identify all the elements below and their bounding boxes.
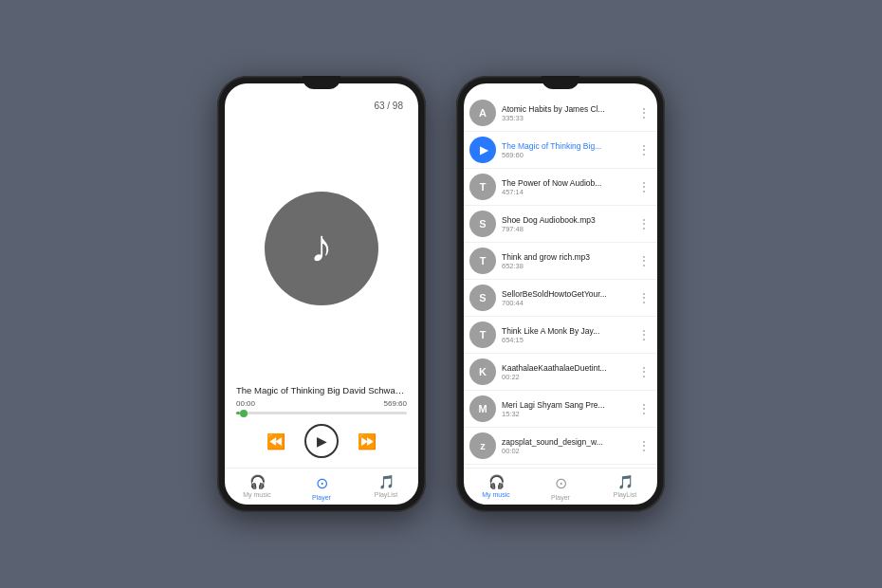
track-duration: 654:15 bbox=[502, 336, 633, 344]
track-info: Atomic Habits by James Cl...335:33 bbox=[502, 104, 633, 122]
track-name: KaathalaeKaathalaeDuetint... bbox=[502, 363, 633, 373]
avatar-letter: S bbox=[479, 218, 486, 230]
track-info: SellorBeSoldHowtoGetYour...700:44 bbox=[502, 289, 633, 307]
track-avatar: K bbox=[469, 358, 496, 385]
track-name: SellorBeSoldHowtoGetYour... bbox=[502, 289, 633, 299]
track-more-button[interactable]: ⋮ bbox=[638, 217, 650, 230]
avatar-letter: T bbox=[480, 181, 487, 193]
progress-bar[interactable] bbox=[236, 412, 407, 414]
track-duration: 569:60 bbox=[502, 151, 633, 159]
track-name: zapsplat_sound_design_w... bbox=[502, 437, 633, 447]
player-info: The Magic of Thinking Big David Schwartz… bbox=[225, 381, 418, 397]
nav-my-music-label: My music bbox=[243, 491, 271, 498]
play-pause-button[interactable]: ▶ bbox=[304, 424, 339, 458]
nav-my-music[interactable]: 🎧 My music bbox=[225, 474, 289, 501]
headphone-icon: 🎧 bbox=[249, 474, 266, 489]
track-more-button[interactable]: ⋮ bbox=[638, 402, 650, 415]
nav-player[interactable]: ⊙ Player bbox=[289, 474, 354, 501]
nav-playlist-label: PlayList bbox=[375, 491, 398, 498]
nav-playlist-label-right: PlayList bbox=[614, 491, 637, 498]
avatar-letter: z bbox=[480, 440, 486, 451]
track-duration: 797:48 bbox=[502, 225, 633, 233]
track-duration: 00:02 bbox=[502, 447, 633, 455]
track-duration: 15:32 bbox=[502, 410, 633, 418]
track-item[interactable]: TThe Power of Now Audiob...457:14⋮ bbox=[464, 169, 657, 206]
track-item[interactable]: TThink Like A Monk By Jay...654:15⋮ bbox=[464, 317, 657, 354]
track-avatar: T bbox=[469, 174, 496, 200]
nav-player-label-right: Player bbox=[551, 494, 570, 501]
track-item[interactable]: ▶The Magic of Thinking Big...569:60⋮ bbox=[464, 132, 657, 169]
progress-dot bbox=[240, 410, 248, 417]
bottom-nav-player: 🎧 My music ⊙ Player 🎵 PlayList bbox=[225, 468, 418, 505]
playlist-icon: 🎵 bbox=[378, 474, 395, 489]
avatar-letter: T bbox=[480, 255, 487, 266]
track-item[interactable]: SSellorBeSoldHowtoGetYour...700:44⋮ bbox=[464, 280, 657, 317]
nav-my-music-label-right: My music bbox=[482, 491, 510, 498]
track-item[interactable]: AAtomic Habits by James Cl...335:33⋮ bbox=[464, 95, 657, 132]
track-item[interactable]: zzapsplat_sound_design_w...00:02⋮ bbox=[464, 428, 657, 465]
track-duration: 700:44 bbox=[502, 299, 633, 307]
track-avatar: S bbox=[469, 211, 496, 237]
track-info: Think Like A Monk By Jay...654:15 bbox=[502, 326, 633, 344]
nav-player-right[interactable]: ⊙ Player bbox=[528, 474, 593, 501]
track-avatar: A bbox=[469, 100, 496, 126]
track-more-button[interactable]: ⋮ bbox=[638, 365, 650, 378]
track-more-button[interactable]: ⋮ bbox=[638, 439, 650, 452]
player-controls: ⏪ ▶ ⏩ bbox=[225, 418, 418, 468]
left-phone: 63 / 98 ♪ The Magic of Thinking Big Davi… bbox=[217, 76, 426, 512]
phone-notch-right bbox=[542, 76, 579, 89]
headphone-icon-right: 🎧 bbox=[488, 474, 505, 489]
track-avatar: T bbox=[469, 322, 496, 348]
track-more-button[interactable]: ⋮ bbox=[638, 254, 650, 267]
avatar-letter: A bbox=[479, 107, 487, 119]
track-avatar: z bbox=[469, 432, 496, 459]
track-name: The Magic of Thinking Big... bbox=[502, 141, 633, 151]
track-info: The Magic of Thinking Big...569:60 bbox=[502, 141, 633, 159]
track-duration: 652:38 bbox=[502, 262, 633, 270]
track-info: The Power of Now Audiob...457:14 bbox=[502, 178, 633, 196]
track-duration: 00:22 bbox=[502, 373, 633, 381]
playlist-screen: AAtomic Habits by James Cl...335:33⋮▶The… bbox=[464, 83, 657, 505]
nav-playlist-right[interactable]: 🎵 PlayList bbox=[593, 474, 657, 501]
track-more-button[interactable]: ⋮ bbox=[638, 180, 650, 193]
track-info: Shoe Dog Audiobook.mp3797:48 bbox=[502, 215, 633, 233]
track-avatar: ▶ bbox=[469, 137, 496, 163]
track-item[interactable]: MMeri Lagi Shyam Sang Pre...15:32⋮ bbox=[464, 391, 657, 428]
player-icon-right: ⊙ bbox=[555, 474, 567, 492]
track-info: zapsplat_sound_design_w...00:02 bbox=[502, 437, 633, 455]
player-screen: 63 / 98 ♪ The Magic of Thinking Big Davi… bbox=[225, 83, 418, 505]
player-icon: ⊙ bbox=[316, 474, 328, 492]
track-name: The Power of Now Audiob... bbox=[502, 178, 633, 188]
music-note-icon: ♪ bbox=[310, 224, 333, 269]
track-more-button[interactable]: ⋮ bbox=[638, 106, 650, 119]
rewind-button[interactable]: ⏪ bbox=[266, 432, 285, 450]
fast-forward-button[interactable]: ⏩ bbox=[358, 432, 377, 450]
avatar-letter: T bbox=[480, 329, 487, 340]
nav-player-label: Player bbox=[312, 494, 331, 501]
right-phone: AAtomic Habits by James Cl...335:33⋮▶The… bbox=[456, 76, 665, 512]
track-more-button[interactable]: ⋮ bbox=[638, 328, 650, 341]
time-row: 00:00 569:60 bbox=[225, 397, 418, 410]
artwork-circle: ♪ bbox=[265, 192, 378, 305]
phone-notch bbox=[303, 76, 340, 89]
artwork-area: ♪ bbox=[225, 115, 418, 381]
track-info: Think and grow rich.mp3652:38 bbox=[502, 252, 633, 270]
track-avatar: S bbox=[469, 285, 496, 311]
track-item[interactable]: KKaathalaeKaathalaeDuetint...00:22⋮ bbox=[464, 354, 657, 391]
nav-playlist[interactable]: 🎵 PlayList bbox=[354, 474, 418, 501]
track-name: Atomic Habits by James Cl... bbox=[502, 104, 633, 114]
track-more-button[interactable]: ⋮ bbox=[638, 143, 650, 156]
track-item[interactable]: SShoe Dog Audiobook.mp3797:48⋮ bbox=[464, 206, 657, 243]
track-info: KaathalaeKaathalaeDuetint...00:22 bbox=[502, 363, 633, 381]
track-name: Shoe Dog Audiobook.mp3 bbox=[502, 215, 633, 225]
track-item[interactable]: TThink and grow rich.mp3652:38⋮ bbox=[464, 243, 657, 280]
time-start: 00:00 bbox=[236, 399, 255, 408]
nav-my-music-right[interactable]: 🎧 My music bbox=[464, 474, 528, 501]
playlist-icon-right: 🎵 bbox=[617, 474, 634, 489]
avatar-letter: M bbox=[478, 403, 487, 414]
player-track-title: The Magic of Thinking Big David Schwartz… bbox=[236, 385, 407, 395]
track-duration: 457:14 bbox=[502, 188, 633, 196]
track-more-button[interactable]: ⋮ bbox=[638, 291, 650, 304]
track-avatar: T bbox=[469, 248, 496, 274]
time-end: 569:60 bbox=[384, 399, 407, 408]
